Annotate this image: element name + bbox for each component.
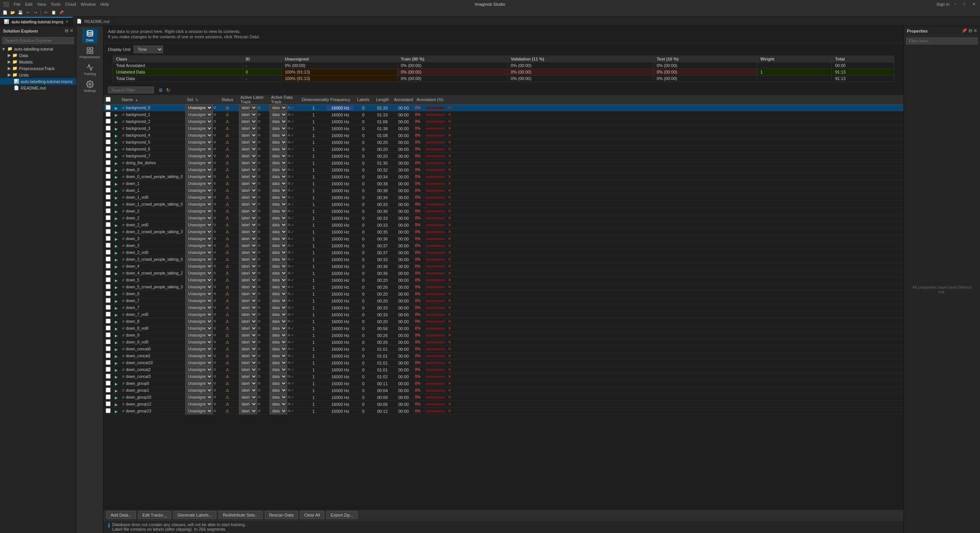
- row-play-btn[interactable]: ▶: [113, 285, 120, 289]
- tab-readme[interactable]: 📄 README.md: [73, 17, 113, 26]
- row-label-track-copy-icon[interactable]: ⧉: [258, 113, 260, 117]
- nav-preprocessor[interactable]: Preprocessor: [82, 45, 98, 60]
- row-label-track[interactable]: label ⧉: [239, 201, 270, 208]
- row-data-track[interactable]: data ⧉ ✓: [270, 401, 300, 407]
- row-data-track-copy-icon[interactable]: ⧉: [288, 181, 290, 186]
- row-label-track[interactable]: label ⧉: [239, 284, 270, 290]
- col-header-labels[interactable]: Labels: [354, 97, 373, 102]
- sidebar-collapse-btn[interactable]: ⊟: [65, 28, 68, 33]
- row-data-track-copy-icon[interactable]: ⧉: [288, 306, 290, 310]
- row-label-track-select[interactable]: label: [239, 111, 257, 118]
- row-check[interactable]: [103, 222, 113, 228]
- row-data-track-copy-icon[interactable]: ⧉: [288, 237, 290, 241]
- row-play-btn[interactable]: ▶: [113, 368, 120, 372]
- row-data-track[interactable]: data ⧉ ✓: [270, 160, 300, 166]
- row-label-track[interactable]: label ⧉: [239, 208, 270, 214]
- row-data-track-select[interactable]: data: [270, 332, 287, 338]
- export-zip-btn[interactable]: Export Zip...: [327, 511, 358, 519]
- row-delete-btn[interactable]: ✕: [448, 409, 451, 414]
- row-set[interactable]: Unassigned ⧉: [185, 160, 216, 166]
- table-row[interactable]: ▶ ↺ down_5_crowd_people_talking_3 Unassi…: [103, 284, 903, 291]
- row-data-track-select[interactable]: data: [270, 146, 287, 152]
- row-set[interactable]: Unassigned ⧉: [185, 222, 216, 228]
- row-data-track[interactable]: data ⧉ ✓: [270, 304, 300, 311]
- row-label-track-select[interactable]: label: [239, 332, 257, 338]
- table-row[interactable]: ▶ ↺ down_7 Unassigned ⧉ ⚠ label ⧉ data ⧉…: [103, 304, 903, 311]
- row-label-track[interactable]: label ⧉: [239, 167, 270, 173]
- row-label-track-copy-icon[interactable]: ⧉: [258, 119, 260, 124]
- row-label-track[interactable]: label ⧉: [239, 118, 270, 125]
- row-check[interactable]: [103, 346, 113, 352]
- row-check[interactable]: [103, 112, 113, 118]
- row-delete-btn[interactable]: ✕: [448, 284, 451, 289]
- row-label-track[interactable]: label ⧉: [239, 180, 270, 187]
- row-delete-btn[interactable]: ✕: [448, 250, 451, 255]
- generate-labels-btn[interactable]: Generate Labels...: [173, 511, 217, 519]
- row-delete-btn[interactable]: ✕: [448, 229, 451, 234]
- row-data-track-select[interactable]: data: [270, 111, 287, 118]
- row-data-track[interactable]: data ⧉ ✓: [270, 394, 300, 401]
- display-unit-select[interactable]: Time Samples: [134, 46, 163, 53]
- row-delete-btn[interactable]: ✕: [448, 119, 451, 124]
- row-delete-btn[interactable]: ✕: [448, 381, 451, 386]
- row-label-track-copy-icon[interactable]: ⧉: [258, 361, 260, 365]
- table-row[interactable]: ▶ ↺ down_2_crowd_people_talking_3 Unassi…: [103, 229, 903, 235]
- toolbar-cut[interactable]: ✂: [42, 9, 49, 16]
- row-data-track-copy-icon[interactable]: ⧉: [288, 312, 290, 317]
- row-set-select[interactable]: Unassigned: [185, 222, 213, 228]
- row-set-select[interactable]: Unassigned: [185, 187, 213, 194]
- row-data-track[interactable]: data ⧉ ✓: [270, 146, 300, 152]
- row-label-track[interactable]: label ⧉: [239, 187, 270, 194]
- row-label-track-select[interactable]: label: [239, 180, 257, 187]
- row-label-track-select[interactable]: label: [239, 325, 257, 332]
- table-row[interactable]: ▶ ↺ down_concat0 Unassigned ⧉ ⚠ label ⧉ …: [103, 346, 903, 353]
- row-data-track[interactable]: data ⧉ ✓: [270, 105, 300, 111]
- row-check[interactable]: [103, 132, 113, 138]
- row-set-select[interactable]: Unassigned: [185, 339, 213, 345]
- row-check[interactable]: [103, 312, 113, 317]
- row-set[interactable]: Unassigned ⧉: [185, 139, 216, 146]
- row-label-track-copy-icon[interactable]: ⧉: [258, 133, 260, 137]
- toolbar-save[interactable]: 💾: [17, 9, 24, 16]
- row-set-select[interactable]: Unassigned: [185, 180, 213, 187]
- row-label-track[interactable]: label ⧉: [239, 339, 270, 345]
- table-row[interactable]: ▶ ↺ background_0 Unassigned ⧉ ⚠ label ⧉ …: [103, 105, 903, 111]
- row-play-btn[interactable]: ▶: [113, 140, 120, 145]
- table-row[interactable]: ▶ ↺ down_group1 Unassigned ⧉ ⚠ label ⧉ d…: [103, 387, 903, 394]
- row-data-track-copy-icon[interactable]: ⧉: [288, 271, 290, 275]
- row-check[interactable]: [103, 319, 113, 324]
- row-data-track-copy-icon[interactable]: ⧉: [288, 126, 290, 131]
- row-label-track-select[interactable]: label: [239, 311, 257, 318]
- row-label-track-select[interactable]: label: [239, 132, 257, 139]
- clear-all-btn[interactable]: Clear All: [300, 511, 324, 519]
- row-play-btn[interactable]: ▶: [113, 354, 120, 358]
- row-play-btn[interactable]: ▶: [113, 312, 120, 317]
- row-delete-btn[interactable]: ✕: [448, 154, 451, 159]
- row-data-track[interactable]: data ⧉ ✓: [270, 339, 300, 345]
- row-label-track-select[interactable]: label: [239, 366, 257, 373]
- tab-project-close[interactable]: ✕: [65, 20, 69, 24]
- row-label-track-copy-icon[interactable]: ⧉: [258, 271, 260, 275]
- nav-settings[interactable]: Settings: [82, 79, 98, 94]
- row-data-track[interactable]: data ⧉ ✓: [270, 132, 300, 139]
- row-play-btn[interactable]: ▶: [113, 106, 120, 110]
- row-data-track-copy-icon[interactable]: ⧉: [288, 244, 290, 248]
- row-delete-btn[interactable]: ✕: [448, 298, 451, 303]
- row-data-track-select[interactable]: data: [270, 222, 287, 228]
- row-data-track-copy-icon[interactable]: ⧉: [288, 161, 290, 165]
- row-check[interactable]: [103, 257, 113, 262]
- row-data-track-copy-icon[interactable]: ⧉: [288, 216, 290, 220]
- row-label-track-select[interactable]: label: [239, 298, 257, 304]
- row-data-track-copy-icon[interactable]: ⧉: [288, 368, 290, 372]
- properties-pin-btn[interactable]: 📌: [962, 28, 967, 33]
- row-set-select[interactable]: Unassigned: [185, 332, 213, 338]
- row-label-track[interactable]: label ⧉: [239, 408, 270, 414]
- row-label-track-select[interactable]: label: [239, 242, 257, 249]
- row-data-track[interactable]: data ⧉ ✓: [270, 325, 300, 332]
- table-row[interactable]: ▶ ↺ down_8_vol0 Unassigned ⧉ ⚠ label ⧉ d…: [103, 325, 903, 332]
- table-row[interactable]: ▶ ↺ doing_the_dishes Unassigned ⧉ ⚠ labe…: [103, 160, 903, 167]
- row-data-track-copy-icon[interactable]: ⧉: [288, 319, 290, 324]
- row-label-track-copy-icon[interactable]: ⧉: [258, 237, 260, 241]
- nav-data[interactable]: Data: [82, 28, 98, 44]
- row-label-track[interactable]: label ⧉: [239, 242, 270, 249]
